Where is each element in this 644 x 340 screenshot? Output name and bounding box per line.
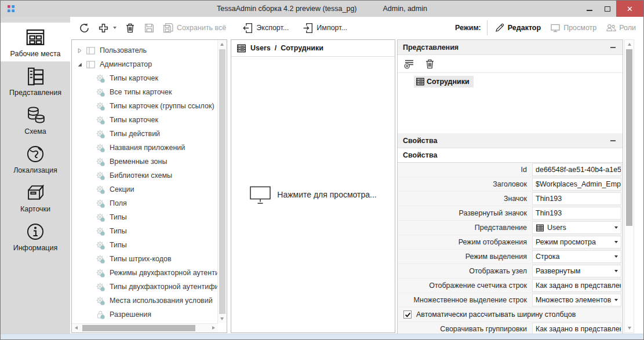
sidebar-item-label: Схема (24, 127, 46, 136)
export-button[interactable]: Экспорт... (238, 19, 293, 36)
tree-item-label: Типы карточек (110, 116, 158, 124)
tree-item[interactable]: Режимы двухфакторной аутентиф (72, 266, 218, 280)
preview-area[interactable]: Нажмите для просмотра... (231, 57, 395, 332)
id-field[interactable]: de66548f-ae51-40b4-a1e5-3 (532, 163, 621, 176)
scrollbar-thumb[interactable] (626, 49, 632, 226)
mode-view-button[interactable]: Просмотр (550, 23, 596, 33)
view-combobox[interactable]: Users (532, 221, 621, 234)
tree-item[interactable]: Библиотеки схемы (72, 169, 218, 182)
refresh-button[interactable] (75, 19, 94, 36)
tree-item[interactable]: Места использования условий (72, 294, 218, 308)
view-item-employees[interactable]: Сотрудники (414, 76, 474, 87)
tree-horizontal-scrollbar[interactable] (72, 323, 218, 332)
tree-item-label: Типы штрих-кодов (110, 255, 172, 263)
scroll-up-icon[interactable] (628, 43, 631, 46)
selection-mode-combobox[interactable]: Строка (532, 250, 621, 263)
maximize-button[interactable] (598, 1, 616, 17)
expander-expanded-icon[interactable] (77, 61, 83, 68)
tree-item-user[interactable]: Пользователь (72, 43, 218, 57)
tree-item-label: Названия приложений (110, 144, 185, 152)
gear-icon (96, 157, 105, 167)
tree-item[interactable]: Типы (72, 210, 218, 224)
window-icon (86, 46, 96, 56)
sidebar-item-information[interactable]: Информация (1, 217, 70, 255)
scroll-right-icon[interactable] (212, 326, 215, 330)
gear-icon (96, 101, 105, 111)
properties-section-title: Свойства (403, 137, 437, 145)
scroll-up-icon[interactable] (220, 43, 224, 46)
export-icon (242, 23, 253, 34)
sidebar-item-schema[interactable]: Схема (1, 100, 70, 139)
add-view-icon[interactable] (404, 59, 415, 70)
gear-icon (96, 268, 105, 278)
tree-item[interactable]: Все типы карточек (72, 85, 218, 99)
expander-collapsed-icon[interactable] (77, 47, 83, 54)
sidebar-item-cards[interactable]: Карточки (1, 178, 70, 217)
show-node-combobox[interactable]: Развернутым (532, 265, 621, 277)
caption-field[interactable]: $Workplaces_Admin_Employ (532, 178, 621, 191)
property-row-display-mode: Режим отображения Режим просмотра (398, 235, 623, 250)
tree-item[interactable]: Поля (72, 196, 218, 210)
tree-item[interactable]: Типы (72, 238, 218, 252)
delete-button[interactable] (121, 19, 140, 36)
sidebar-item-localization[interactable]: Локализация (1, 139, 70, 178)
tree-item[interactable]: Типы карточек (72, 113, 218, 127)
row-counter-combobox[interactable]: Как задано в представлен (532, 279, 621, 292)
close-button[interactable]: ✕ (616, 1, 643, 17)
workplaces-icon (24, 27, 47, 49)
refresh-icon (79, 23, 90, 34)
tree-vertical-scrollbar[interactable] (217, 40, 227, 323)
tree-item[interactable]: Названия приложений (72, 141, 218, 155)
scroll-left-icon[interactable] (75, 326, 78, 330)
monitor-icon (550, 23, 561, 33)
tree-item[interactable]: Типы карточек (группы ссылок) (72, 99, 218, 113)
mode-editor-button[interactable]: Редактор (494, 23, 541, 33)
tree-item-label: Секции (110, 185, 134, 193)
icon-field[interactable]: Thin193 (532, 192, 621, 205)
mode-view-label: Просмотр (563, 24, 596, 32)
scroll-down-icon[interactable] (220, 317, 224, 320)
localization-icon (24, 143, 47, 165)
trash-icon[interactable] (424, 59, 435, 70)
tree-item[interactable]: Секции (72, 182, 218, 196)
save-all-button[interactable]: Сохранить всё (159, 19, 230, 36)
auto-width-checkbox[interactable] (403, 310, 412, 319)
save-button[interactable] (140, 19, 159, 36)
schema-icon (24, 104, 47, 126)
gear-icon (96, 240, 105, 250)
property-row-selection-mode: Режим выделения Строка (398, 250, 623, 264)
collapse-properties-button[interactable] (608, 136, 617, 145)
tree-item[interactable]: Разрешения (72, 308, 218, 321)
tree-item-label: Типы карточек (группы ссылок) (110, 102, 214, 110)
import-button[interactable]: Импорт... (299, 19, 351, 36)
add-button[interactable] (94, 19, 121, 36)
tree-item-administrator[interactable]: Администратор (72, 57, 218, 71)
check-icon (405, 312, 411, 318)
tree-item-label: Библиотеки схемы (110, 171, 172, 180)
scrollbar-thumb[interactable] (219, 49, 225, 314)
tree-item[interactable]: Типы действий (72, 127, 218, 141)
breadcrumb-current[interactable]: Сотрудники (281, 44, 323, 52)
collapse-views-button[interactable] (608, 43, 617, 52)
scroll-down-icon[interactable] (628, 327, 631, 330)
mode-editor-label: Редактор (508, 24, 541, 32)
tree-item[interactable]: Типы штрих-кодов (72, 252, 218, 266)
combo-arrow-icon (614, 255, 618, 258)
scrollbar-thumb[interactable] (82, 325, 195, 331)
details-vertical-scrollbar[interactable] (624, 39, 634, 333)
mode-roles-button[interactable]: Роли (606, 23, 636, 33)
tree-item[interactable]: Типы (72, 224, 218, 238)
minimize-button[interactable] (580, 1, 598, 17)
multi-select-combobox[interactable]: Множество элементов (532, 294, 621, 306)
property-row-row-counter: Отображение счетчика строк Как задано в … (398, 279, 623, 293)
tree-item[interactable]: Временные зоны (72, 155, 218, 169)
gear-icon (96, 226, 105, 236)
sidebar-item-views[interactable]: Представления (1, 61, 70, 100)
breadcrumb-root[interactable]: Users (250, 44, 271, 52)
tree-item[interactable]: Типы карточек (72, 71, 218, 85)
sidebar-item-workplaces[interactable]: Рабочие места (1, 23, 70, 61)
display-mode-combobox[interactable]: Режим просмотра (532, 236, 621, 248)
tree-item[interactable]: Типы двухфакторной аутентифика (72, 280, 218, 294)
preview-panel: Users / Сотрудники Нажмите для просмотра… (231, 39, 395, 333)
expanded-icon-field[interactable]: Thin193 (532, 207, 621, 220)
